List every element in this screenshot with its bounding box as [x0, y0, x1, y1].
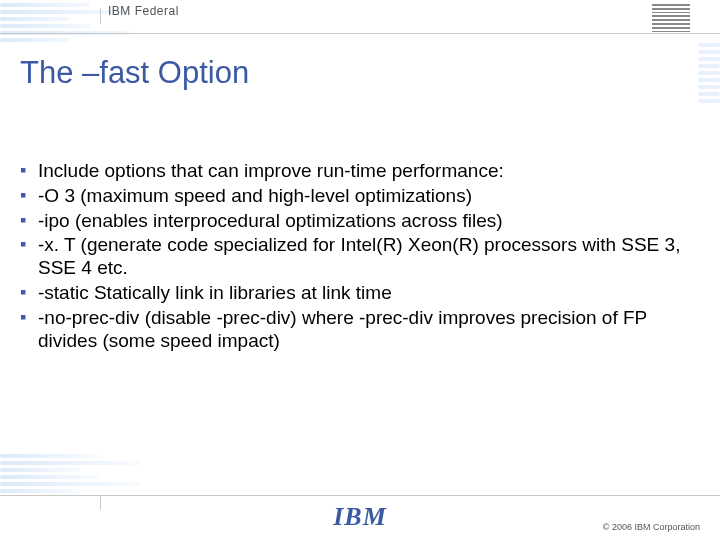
bullet-text: -x. T (generate code specialized for Int… — [38, 234, 680, 278]
list-item: Include options that can improve run-tim… — [20, 160, 690, 183]
footer-divider — [100, 496, 101, 510]
bullet-text: -static Statically link in libraries at … — [38, 282, 392, 303]
list-item: -x. T (generate code specialized for Int… — [20, 234, 690, 280]
footer-copyright: © 2006 IBM Corporation — [603, 522, 700, 532]
list-item: -no-prec-div (disable -prec-div) where -… — [20, 307, 690, 353]
header-label: IBM Federal — [108, 4, 179, 18]
watermark-bottom-left — [0, 451, 150, 496]
ibm-logo-icon — [652, 4, 690, 32]
bullet-text: -ipo (enables interprocedural optimizati… — [38, 210, 503, 231]
list-item: -O 3 (maximum speed and high-level optim… — [20, 185, 690, 208]
bullet-text: -O 3 (maximum speed and high-level optim… — [38, 185, 472, 206]
footer: IBM © 2006 IBM Corporation — [0, 495, 720, 540]
header-divider — [100, 8, 101, 24]
watermark-right — [698, 40, 720, 140]
body-content: Include options that can improve run-tim… — [20, 160, 690, 354]
slide: IBM Federal The –fast Option Include opt… — [0, 0, 720, 540]
bullet-text: -no-prec-div (disable -prec-div) where -… — [38, 307, 647, 351]
bullet-text: Include options that can improve run-tim… — [38, 160, 504, 181]
list-item: -static Statically link in libraries at … — [20, 282, 690, 305]
footer-logo: IBM — [333, 502, 387, 532]
page-title: The –fast Option — [20, 55, 249, 91]
list-item: -ipo (enables interprocedural optimizati… — [20, 210, 690, 233]
header: IBM Federal — [0, 8, 720, 34]
